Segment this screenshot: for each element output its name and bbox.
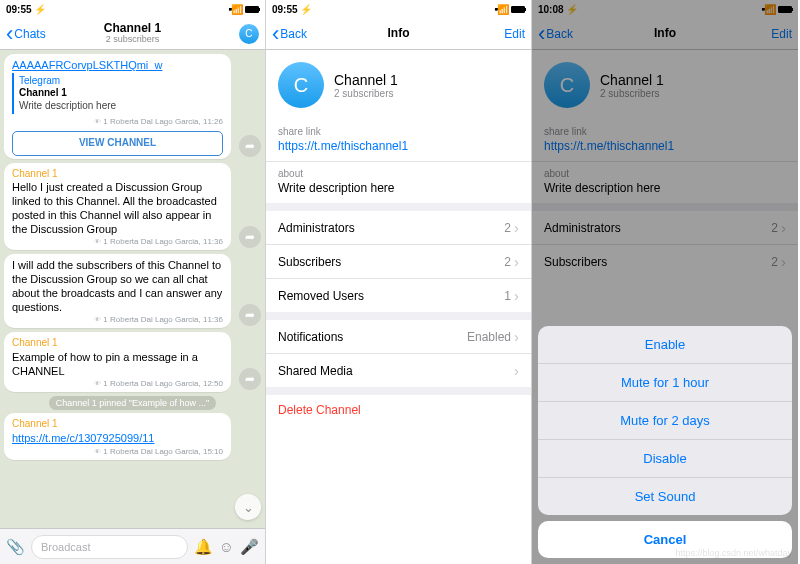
action-sheet: Enable Mute for 1 hour Mute for 2 days D…: [538, 326, 792, 515]
sheet-option-mute-1h[interactable]: Mute for 1 hour: [538, 364, 792, 402]
back-button[interactable]: Chats: [6, 27, 54, 41]
status-time: 09:55 ⚡: [272, 4, 312, 15]
battery-icon: [511, 6, 525, 13]
administrators-row[interactable]: Administrators2›: [266, 211, 531, 245]
signal-icon: ▪▪▪▪: [228, 4, 229, 14]
view-channel-button[interactable]: VIEW CHANNEL: [12, 131, 223, 156]
input-bar: 📎 Broadcast 🔔 ☺ 🎤: [0, 528, 265, 564]
attach-icon[interactable]: 📎: [6, 538, 25, 556]
share-icon[interactable]: ➦: [239, 135, 261, 157]
nav-subtitle: 2 subscribers: [104, 35, 161, 45]
sheet-option-enable[interactable]: Enable: [538, 326, 792, 364]
nav-bar: Back Info Edit: [266, 18, 531, 50]
share-link[interactable]: https://t.me/thischannel1: [266, 137, 531, 162]
battery-icon: [245, 6, 259, 13]
wifi-icon: 📶: [497, 4, 509, 15]
wifi-icon: 📶: [231, 4, 243, 15]
profile-header: C Channel 1 2 subscribers: [266, 50, 531, 120]
broadcast-input[interactable]: Broadcast: [31, 535, 188, 559]
screen-chat: 09:55 ⚡ ▪▪▪▪ 📶 Chats Channel 1 2 subscri…: [0, 0, 266, 564]
message-bubble[interactable]: Channel 1 https://t.me/c/1307925099/11 1…: [4, 413, 231, 459]
action-sheet-overlay[interactable]: Enable Mute for 1 hour Mute for 2 days D…: [532, 0, 798, 564]
about-header: about: [266, 162, 531, 179]
notifications-row[interactable]: NotificationsEnabled›: [266, 320, 531, 354]
about-text: Write description here: [266, 179, 531, 203]
nav-bar: Chats Channel 1 2 subscribers C: [0, 18, 265, 50]
pinned-banner[interactable]: Channel 1 pinned "Example of how ...": [49, 396, 216, 410]
share-link-header: share link: [266, 120, 531, 137]
removed-users-row[interactable]: Removed Users1›: [266, 279, 531, 312]
sheet-option-disable[interactable]: Disable: [538, 440, 792, 478]
channel-avatar[interactable]: C: [239, 24, 259, 44]
back-button[interactable]: Back: [272, 27, 320, 41]
chat-body[interactable]: AAAAAFRCorvpLSKTHQmi_w Telegram Channel …: [0, 50, 265, 528]
message-sender: Channel 1: [12, 337, 223, 350]
sheet-option-mute-2d[interactable]: Mute for 2 days: [538, 402, 792, 440]
share-icon[interactable]: ➦: [239, 368, 261, 390]
share-icon[interactable]: ➦: [239, 226, 261, 248]
message-bubble[interactable]: I will add the subscribers of this Chann…: [4, 254, 231, 328]
nav-title: Info: [388, 27, 410, 40]
subscribers-row[interactable]: Subscribers2›: [266, 245, 531, 279]
subscriber-count: 2 subscribers: [334, 88, 398, 99]
emoji-icon[interactable]: ☺: [219, 538, 234, 555]
link-preview[interactable]: Telegram Channel 1 Write description her…: [12, 73, 223, 115]
message-bubble[interactable]: AAAAAFRCorvpLSKTHQmi_w Telegram Channel …: [4, 54, 231, 159]
share-icon[interactable]: ➦: [239, 304, 261, 326]
message-link[interactable]: AAAAAFRCorvpLSKTHQmi_w: [12, 59, 223, 73]
scroll-down-button[interactable]: ⌄: [235, 494, 261, 520]
channel-avatar[interactable]: C: [278, 62, 324, 108]
channel-name: Channel 1: [334, 72, 398, 88]
screen-info-sheet: 10:08 ⚡ ▪▪▪▪ 📶 Back Info Edit C Channel …: [532, 0, 798, 564]
watermark: https://blog.csdn.net/whatday: [675, 548, 792, 558]
sheet-option-set-sound[interactable]: Set Sound: [538, 478, 792, 515]
message-link[interactable]: https://t.me/c/1307925099/11: [12, 432, 223, 446]
status-bar: 09:55 ⚡ ▪▪▪▪ 📶: [266, 0, 531, 18]
screen-info: 09:55 ⚡ ▪▪▪▪ 📶 Back Info Edit C Channel …: [266, 0, 532, 564]
status-bar: 09:55 ⚡ ▪▪▪▪ 📶: [0, 0, 265, 18]
message-sender: Channel 1: [12, 418, 223, 431]
message-bubble[interactable]: Channel 1 Example of how to pin a messag…: [4, 332, 231, 392]
edit-button[interactable]: Edit: [477, 27, 525, 41]
status-time: 09:55 ⚡: [6, 4, 46, 15]
mute-icon[interactable]: 🔔: [194, 538, 213, 556]
shared-media-row[interactable]: Shared Media›: [266, 354, 531, 387]
message-sender: Channel 1: [12, 168, 223, 181]
message-bubble[interactable]: Channel 1 Hello I just created a Discuss…: [4, 163, 231, 251]
delete-channel-button[interactable]: Delete Channel: [266, 395, 531, 425]
signal-icon: ▪▪▪▪: [494, 4, 495, 14]
mic-icon[interactable]: 🎤: [240, 538, 259, 556]
